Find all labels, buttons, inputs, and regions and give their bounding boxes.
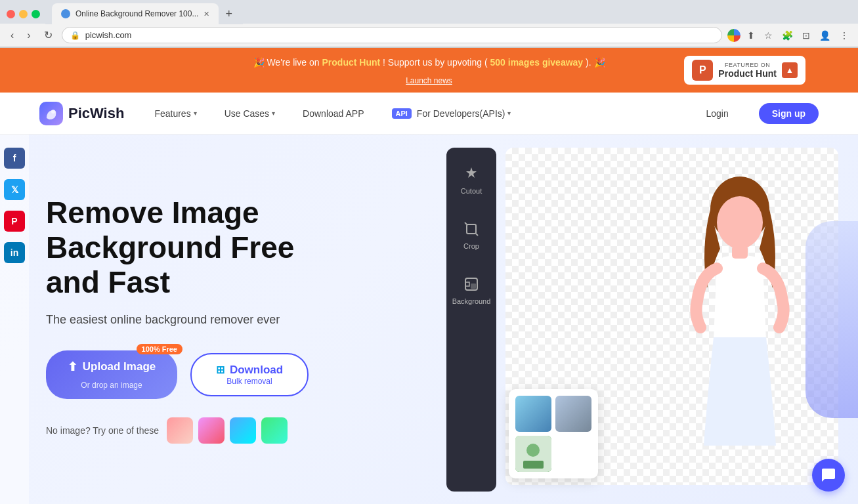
close-window-btn[interactable] [7,10,15,18]
announcement-banner: 🎉 We're live on Product Hunt ! Support u… [0,48,858,93]
product-hunt-link[interactable]: Product Hunt [322,57,381,68]
background-icon [461,274,482,295]
tab-close-btn[interactable]: ✕ [204,10,209,18]
crop-tool[interactable]: Crop [452,213,491,255]
cutout-tool[interactable]: Cutout [452,158,491,200]
back-button[interactable]: ‹ [7,28,18,43]
url-text: picwish.com [85,30,714,40]
banner-text: 🎉 We're live on Product Hunt ! Support u… [253,56,605,70]
svg-rect-11 [523,461,544,469]
minimize-window-btn[interactable] [19,10,28,18]
maximize-window-btn[interactable] [32,10,40,18]
google-icon[interactable] [727,29,740,42]
hero-subtitle: The easiest online background remover ev… [46,313,354,327]
facebook-share-btn[interactable]: f [4,148,25,169]
twitter-share-btn[interactable]: 𝕏 [4,179,25,200]
profile-btn[interactable]: 👤 [817,28,833,43]
blue-blob-decoration [805,221,858,418]
sample-image-2[interactable] [198,417,225,444]
sample-label: No image? Try one of these [46,425,159,436]
share-btn[interactable]: ⬆ [744,28,758,43]
free-badge: 100% Free [137,344,182,354]
features-menu[interactable]: Features ▾ [150,106,200,121]
svg-point-10 [526,444,540,457]
tab-favicon [61,9,70,18]
page-content: f 𝕏 P in Remove Image Background Free an… [0,135,858,504]
ph-arrow-icon: ▲ [782,62,798,78]
svg-rect-1 [467,224,476,234]
new-tab-button[interactable]: + [221,7,236,21]
sample-image-3[interactable] [230,417,256,444]
tab-title: Online Background Remover 100... [75,9,198,18]
ph-badge-text: FEATURED ON Product Hunt [718,62,777,79]
tab-bar: Online Background Remover 100... ✕ + [45,3,243,24]
logo-name: PicWish [68,105,124,122]
hero-buttons: 100% Free ⬆ Upload Image Or drop an imag… [46,350,354,399]
pinterest-share-btn[interactable]: P [4,211,25,232]
extensions-btn[interactable]: 🧩 [779,28,796,43]
url-input[interactable]: 🔒 picwish.com [62,27,722,43]
logo-icon [39,102,63,125]
download-app-link[interactable]: Download APP [299,106,368,121]
ph-logo: P [692,60,713,81]
upload-btn-wrapper: 100% Free ⬆ Upload Image Or drop an imag… [46,350,177,399]
background-tool[interactable]: Background [452,268,491,310]
banner-suffix: ). [586,57,591,68]
main-nav: PicWish Features ▾ Use Cases ▾ Download … [0,93,858,135]
sample-image-1[interactable] [167,417,193,444]
sample-images [167,417,288,444]
svg-rect-8 [732,245,748,259]
social-sidebar: f 𝕏 P in [0,135,29,504]
signup-button[interactable]: Sign up [759,103,819,124]
sample-image-4[interactable] [261,417,288,444]
address-bar: ‹ › ↻ 🔒 picwish.com ⬆ ☆ 🧩 ⊡ 👤 ⋮ [0,24,858,47]
launch-news-link[interactable]: Launch news [406,76,452,85]
banner-emoji: 🎉 [594,57,605,68]
bookmark-btn[interactable]: ☆ [761,28,775,43]
svg-line-3 [476,234,478,236]
woman-figure [654,170,825,485]
features-chevron: ▾ [194,110,197,117]
product-hunt-badge[interactable]: P FEATURED ON Product Hunt ▲ [684,56,805,85]
use-cases-menu[interactable]: Use Cases ▾ [221,106,279,121]
crop-icon [461,219,482,240]
svg-point-7 [717,196,763,249]
svg-line-2 [465,222,467,224]
developers-chevron: ▾ [507,110,511,117]
upload-image-button[interactable]: ⬆ Upload Image Or drop an image [46,350,177,399]
menu-btn[interactable]: ⋮ [837,28,851,43]
svg-point-0 [51,110,55,114]
gallery-thumb-3[interactable] [515,436,551,472]
active-tab[interactable]: Online Background Remover 100... ✕ [52,3,219,24]
browser-actions: ⬆ ☆ 🧩 ⊡ 👤 ⋮ [727,28,851,43]
hero-left: Remove Image Background Free and Fast Th… [0,135,381,504]
chat-widget[interactable] [812,459,845,492]
gallery-popup [509,389,598,478]
upload-icon: ⬆ [68,360,77,374]
sidebar-btn[interactable]: ⊡ [800,28,813,43]
windows-icon: ⊞ [216,364,225,376]
logo[interactable]: PicWish [39,102,124,125]
hero-title: Remove Image Background Free and Fast [46,196,354,300]
forward-button[interactable]: › [23,28,34,43]
cutout-icon [461,163,482,184]
for-developers-menu[interactable]: API For Developers(APIs) ▾ [388,106,515,121]
tool-panel: Cutout Crop [446,148,496,492]
login-button[interactable]: Login [695,104,739,123]
gallery-thumb-2[interactable] [555,396,591,432]
giveaway-text: 500 images giveaway [490,57,584,68]
banner-middle: ! Support us by upvoting ( [383,57,488,68]
window-controls [7,10,40,18]
linkedin-share-btn[interactable]: in [4,242,25,263]
banner-prefix: 🎉 We're live on [253,57,322,68]
reload-button[interactable]: ↻ [40,28,56,43]
hero-right: Cutout Crop [381,135,858,504]
svg-rect-5 [471,284,476,289]
download-bulk-button[interactable]: ⊞ Download Bulk removal [190,353,309,396]
use-cases-chevron: ▾ [272,110,275,117]
lock-icon: 🔒 [70,31,80,40]
sample-section: No image? Try one of these [46,417,354,444]
gallery-thumb-1[interactable] [515,396,551,432]
